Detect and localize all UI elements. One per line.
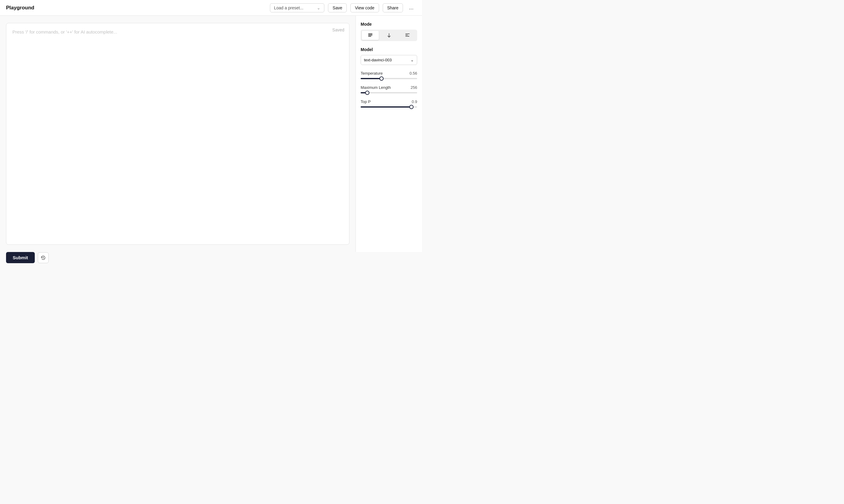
app-title: Playground: [6, 5, 266, 11]
top-p-label: Top P: [361, 100, 371, 104]
edit-icon: [405, 33, 410, 38]
submit-button[interactable]: Submit: [6, 252, 35, 263]
svg-rect-2: [368, 36, 371, 37]
max-length-value: 256: [410, 85, 417, 90]
editor-box: Press '/' for commands, or '++' for AI a…: [6, 23, 349, 245]
max-length-label-row: Maximum Length 256: [361, 85, 417, 90]
model-title: Model: [361, 47, 417, 52]
max-length-track: [361, 92, 417, 93]
mode-button-group: [361, 30, 417, 41]
history-icon: [41, 255, 46, 260]
temperature-track: [361, 78, 417, 79]
history-button[interactable]: [38, 252, 49, 263]
mode-complete-button[interactable]: [362, 31, 379, 40]
max-length-section: Maximum Length 256: [361, 85, 417, 93]
preset-label: Load a preset...: [274, 5, 303, 10]
header: Playground Load a preset... ⌄ Save View …: [0, 0, 422, 16]
svg-rect-3: [405, 34, 410, 34]
main-layout: Press '/' for commands, or '++' for AI a…: [0, 16, 422, 252]
top-p-track: [361, 106, 417, 108]
mode-title: Mode: [361, 22, 417, 26]
svg-rect-5: [405, 36, 409, 37]
temperature-label-row: Temperature 0.56: [361, 71, 417, 75]
mode-insert-button[interactable]: [381, 31, 398, 40]
mode-section: Mode: [361, 22, 417, 41]
save-button[interactable]: Save: [328, 3, 347, 12]
editor-input[interactable]: [6, 23, 349, 245]
svg-rect-4: [405, 35, 408, 35]
model-chevron-icon: ⌄: [410, 58, 414, 62]
editor-area: Press '/' for commands, or '++' for AI a…: [0, 16, 355, 252]
chevron-down-icon: ⌄: [317, 5, 320, 10]
top-p-value: 0.9: [412, 100, 417, 104]
temperature-section: Temperature 0.56: [361, 71, 417, 79]
right-panel: Mode: [355, 16, 422, 252]
temperature-value: 0.56: [410, 71, 417, 75]
svg-rect-1: [368, 35, 372, 35]
svg-rect-0: [368, 34, 372, 34]
complete-icon: [368, 33, 373, 38]
bottom-bar: Submit: [0, 252, 422, 268]
model-section: Model text-davinci-003 ⌄: [361, 47, 417, 65]
mode-edit-button[interactable]: [399, 31, 416, 40]
editor-saved-label: Saved: [332, 28, 344, 32]
model-selector[interactable]: text-davinci-003 ⌄: [361, 55, 417, 65]
share-button[interactable]: Share: [383, 3, 403, 12]
preset-selector[interactable]: Load a preset... ⌄: [270, 3, 324, 12]
insert-icon: [386, 33, 392, 38]
temperature-label: Temperature: [361, 71, 383, 75]
model-value: text-davinci-003: [364, 58, 392, 62]
top-p-section: Top P 0.9: [361, 100, 417, 108]
view-code-button[interactable]: View code: [350, 3, 379, 12]
top-p-label-row: Top P 0.9: [361, 100, 417, 104]
max-length-label: Maximum Length: [361, 85, 391, 90]
more-options-button[interactable]: ...: [407, 3, 416, 12]
